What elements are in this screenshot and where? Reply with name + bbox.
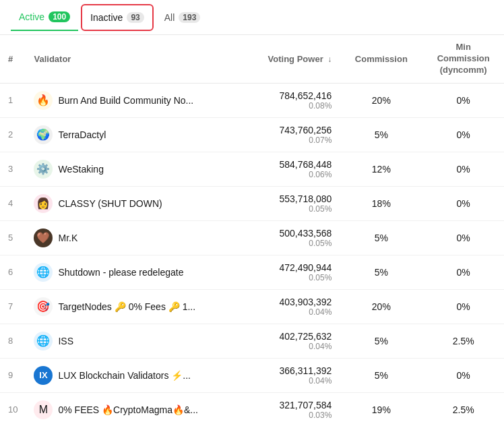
validator-icon: IX xyxy=(34,366,53,385)
cell-commission: 12% xyxy=(340,152,422,186)
col-commission: Commission xyxy=(340,35,422,83)
validator-name: Shutdown - please redelegate xyxy=(58,267,183,278)
validator-icon: ⚙️ xyxy=(34,160,53,179)
table-row: 10M0% FEES 🔥CryptoMagma🔥&...321,707,5840… xyxy=(0,392,504,426)
cell-validator[interactable]: ⚙️WeStaking xyxy=(26,152,243,186)
table-row: 7🎯TargetNodes 🔑 0% Fees 🔑 1...403,903,39… xyxy=(0,289,504,324)
cell-votingpower: 553,718,0800.05% xyxy=(243,186,340,220)
cell-rank: 4 xyxy=(0,186,26,220)
table-row: 6🌐Shutdown - please redelegate472,490,94… xyxy=(0,255,504,289)
validator-icon: 🌐 xyxy=(34,332,53,351)
cell-commission: 5% xyxy=(340,220,422,255)
cell-mincommission: 0% xyxy=(422,186,504,220)
cell-mincommission: 2.5% xyxy=(422,324,504,358)
tab-all[interactable]: All 193 xyxy=(156,4,209,31)
validator-name: ISS xyxy=(58,336,73,346)
col-votingpower[interactable]: Voting Power ↓ xyxy=(243,35,340,83)
tab-inactive-label: Inactive xyxy=(90,12,123,23)
cell-mincommission: 0% xyxy=(422,289,504,324)
cell-mincommission: 0% xyxy=(422,117,504,152)
cell-mincommission: 0% xyxy=(422,220,504,255)
cell-votingpower: 403,903,3920.04% xyxy=(243,289,340,324)
cell-validator[interactable]: 🎯TargetNodes 🔑 0% Fees 🔑 1... xyxy=(26,289,243,324)
validator-name: TargetNodes 🔑 0% Fees 🔑 1... xyxy=(58,301,195,312)
cell-commission: 5% xyxy=(340,117,422,152)
col-validator: Validator xyxy=(26,35,243,83)
cell-votingpower: 472,490,9440.05% xyxy=(243,255,340,289)
cell-validator[interactable]: 🌍TerraDactyl xyxy=(26,117,243,152)
tab-all-label: All xyxy=(164,12,175,23)
table-row: 4👩CLASSY (SHUT DOWN)553,718,0800.05%18%0… xyxy=(0,186,504,220)
table-row: 1🔥Burn And Build Community No...784,652,… xyxy=(0,83,504,117)
validator-icon: 🌍 xyxy=(34,125,53,144)
cell-rank: 10 xyxy=(0,392,26,426)
col-rank: # xyxy=(0,35,26,83)
table-row: 5🤎Mr.K500,433,5680.05%5%0% xyxy=(0,220,504,255)
cell-rank: 7 xyxy=(0,289,26,324)
cell-mincommission: 2.5% xyxy=(422,392,504,426)
cell-rank: 6 xyxy=(0,255,26,289)
tab-inactive[interactable]: Inactive 93 xyxy=(81,4,154,31)
cell-mincommission: 0% xyxy=(422,83,504,117)
cell-votingpower: 402,725,6320.04% xyxy=(243,324,340,358)
validator-name: 0% FEES 🔥CryptoMagma🔥&... xyxy=(58,404,198,415)
tab-active[interactable]: Active 100 xyxy=(11,4,78,31)
cell-votingpower: 784,652,4160.08% xyxy=(243,83,340,117)
validator-icon: 🔥 xyxy=(34,91,53,110)
cell-mincommission: 0% xyxy=(422,358,504,392)
cell-mincommission: 0% xyxy=(422,255,504,289)
validator-icon: 🎯 xyxy=(34,297,53,316)
table-header-row: # Validator Voting Power ↓ Commission Mi… xyxy=(0,35,504,83)
cell-validator[interactable]: M0% FEES 🔥CryptoMagma🔥&... xyxy=(26,392,243,426)
cell-rank: 5 xyxy=(0,220,26,255)
validator-icon: 👩 xyxy=(34,194,53,213)
cell-votingpower: 743,760,2560.07% xyxy=(243,117,340,152)
validator-name: Burn And Build Community No... xyxy=(58,95,193,106)
cell-votingpower: 584,768,4480.06% xyxy=(243,152,340,186)
col-mincommission: MinCommission(dyncomm) xyxy=(422,35,504,83)
cell-mincommission: 0% xyxy=(422,152,504,186)
validator-icon: M xyxy=(34,400,53,419)
validators-table: # Validator Voting Power ↓ Commission Mi… xyxy=(0,35,504,426)
tab-all-count: 193 xyxy=(179,12,200,23)
cell-commission: 5% xyxy=(340,255,422,289)
validator-name: LUX Blockchain Validators ⚡... xyxy=(58,370,191,381)
cell-commission: 19% xyxy=(340,392,422,426)
tab-active-label: Active xyxy=(19,11,44,22)
validator-name: Mr.K xyxy=(58,233,77,243)
validator-icon: 🤎 xyxy=(34,229,53,247)
table-row: 3⚙️WeStaking584,768,4480.06%12%0% xyxy=(0,152,504,186)
cell-commission: 20% xyxy=(340,83,422,117)
cell-commission: 18% xyxy=(340,186,422,220)
tabs-bar: Active 100 Inactive 93 All 193 xyxy=(0,0,504,35)
cell-commission: 5% xyxy=(340,358,422,392)
tab-active-count: 100 xyxy=(49,11,70,22)
cell-validator[interactable]: 👩CLASSY (SHUT DOWN) xyxy=(26,186,243,220)
sort-icon: ↓ xyxy=(327,55,332,64)
cell-rank: 1 xyxy=(0,83,26,117)
cell-rank: 2 xyxy=(0,117,26,152)
validator-name: WeStaking xyxy=(58,164,103,175)
table-row: 8🌐ISS402,725,6320.04%5%2.5% xyxy=(0,324,504,358)
cell-rank: 3 xyxy=(0,152,26,186)
tab-inactive-count: 93 xyxy=(127,12,144,23)
cell-commission: 20% xyxy=(340,289,422,324)
cell-validator[interactable]: IXLUX Blockchain Validators ⚡... xyxy=(26,358,243,392)
cell-validator[interactable]: 🌐ISS xyxy=(26,324,243,358)
validator-name: TerraDactyl xyxy=(58,129,106,140)
cell-validator[interactable]: 🤎Mr.K xyxy=(26,220,243,255)
validator-icon: 🌐 xyxy=(34,263,53,282)
cell-validator[interactable]: 🌐Shutdown - please redelegate xyxy=(26,255,243,289)
cell-rank: 9 xyxy=(0,358,26,392)
table-row: 9IXLUX Blockchain Validators ⚡...366,311… xyxy=(0,358,504,392)
validator-name: CLASSY (SHUT DOWN) xyxy=(58,198,162,209)
cell-votingpower: 321,707,5840.03% xyxy=(243,392,340,426)
cell-rank: 8 xyxy=(0,324,26,358)
cell-votingpower: 500,433,5680.05% xyxy=(243,220,340,255)
cell-validator[interactable]: 🔥Burn And Build Community No... xyxy=(26,83,243,117)
cell-votingpower: 366,311,3920.04% xyxy=(243,358,340,392)
table-row: 2🌍TerraDactyl743,760,2560.07%5%0% xyxy=(0,117,504,152)
cell-commission: 5% xyxy=(340,324,422,358)
